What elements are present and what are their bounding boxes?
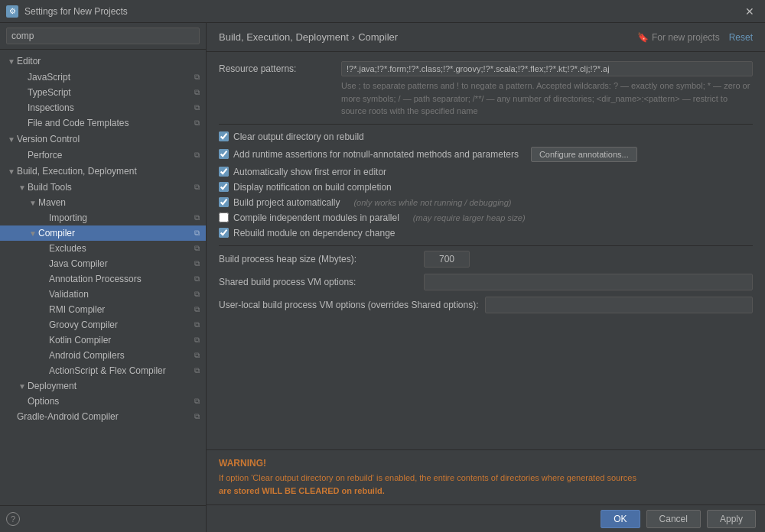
sidebar-item-android-compilers[interactable]: Android Compilers ⧉ [0, 348, 206, 363]
build-automatically-note: (only works while not running / debuggin… [353, 198, 511, 207]
user-local-vm-row: User-local build process VM options (ove… [219, 297, 753, 313]
clear-output-checkbox[interactable] [219, 131, 229, 141]
build-automatically-checkbox[interactable] [219, 197, 229, 207]
search-input[interactable] [6, 28, 200, 44]
copy-icon: ⧉ [194, 244, 200, 253]
compile-parallel-note: (may require larger heap size) [413, 213, 526, 222]
sidebar-item-typescript[interactable]: TypeScript ⧉ [0, 85, 206, 100]
sidebar-item-label: TypeScript [28, 87, 191, 98]
sidebar-item-compiler[interactable]: ▼ Compiler ⧉ [0, 225, 206, 241]
resource-patterns-input[interactable] [341, 61, 753, 76]
sidebar-item-label: Perforce [28, 150, 191, 161]
arrow-icon: ▼ [28, 199, 38, 207]
sidebar-item-label: Build Tools [28, 182, 191, 193]
close-button[interactable]: ✕ [741, 4, 759, 19]
window-title: Settings for New Projects [24, 6, 128, 17]
copy-icon: ⧉ [194, 366, 200, 375]
user-local-vm-input[interactable] [485, 297, 754, 313]
apply-button[interactable]: Apply [707, 510, 756, 528]
sidebar-item-importing[interactable]: Importing ⧉ [0, 210, 206, 225]
tree: ▼ Editor JavaScript ⧉ TypeScript ⧉ Inspe… [0, 50, 206, 505]
sidebar-item-deployment[interactable]: ▼ Deployment [0, 378, 206, 394]
reset-button[interactable]: Reset [729, 32, 753, 43]
sidebar-item-build-tools[interactable]: ▼ Build Tools ⧉ [0, 180, 206, 195]
sidebar-item-inspections[interactable]: Inspections ⧉ [0, 100, 206, 115]
display-notification-label: Display notification on build completion [233, 182, 392, 193]
title-bar: ⚙ Settings for New Projects ✕ [0, 0, 765, 23]
sidebar-item-actionscript-flex[interactable]: ActionScript & Flex Compiler ⧉ [0, 363, 206, 378]
sidebar-item-label: Deployment [28, 381, 200, 391]
arrow-icon: ▼ [6, 167, 17, 176]
ok-button[interactable]: OK [601, 510, 640, 528]
sidebar-item-javascript[interactable]: JavaScript ⧉ [0, 70, 206, 85]
sidebar-item-editor[interactable]: ▼ Editor [0, 53, 206, 70]
sidebar-item-options[interactable]: Options ⧉ [0, 394, 206, 409]
sidebar-item-perforce[interactable]: Perforce ⧉ [0, 148, 206, 163]
rebuild-module-row: Rebuild module on dependency change [219, 225, 753, 241]
sidebar-item-file-code-templates[interactable]: File and Code Templates ⧉ [0, 115, 206, 131]
heap-size-row: Build process heap size (Mbytes): [219, 251, 753, 268]
clear-output-row: Clear output directory on rebuild [219, 129, 753, 144]
copy-icon: ⧉ [194, 73, 200, 82]
sidebar-item-label: Editor [17, 56, 200, 66]
add-assertions-label: Add runtime assertions for notnull-annot… [233, 149, 519, 160]
sidebar-item-label: Compiler [38, 228, 191, 238]
copy-icon: ⧉ [194, 118, 200, 128]
copy-icon: ⧉ [194, 151, 200, 160]
breadcrumb: Build, Execution, Deployment › Compiler [219, 31, 398, 43]
sidebar: ▼ Editor JavaScript ⧉ TypeScript ⧉ Inspe… [0, 23, 207, 532]
rebuild-module-checkbox[interactable] [219, 228, 229, 238]
clear-output-label: Clear output directory on rebuild [233, 131, 364, 142]
shared-vm-input[interactable] [424, 274, 753, 290]
compile-parallel-label: Compile independent modules in parallel [233, 212, 399, 223]
add-assertions-checkbox[interactable] [219, 149, 229, 159]
copy-icon: ⧉ [194, 351, 200, 360]
sidebar-item-validation[interactable]: Validation ⧉ [0, 287, 206, 302]
warning-box: WARNING! If option 'Clear output directo… [207, 449, 765, 504]
panel-content: Resource patterns: Use ; to separate pat… [207, 52, 765, 449]
sidebar-item-maven[interactable]: ▼ Maven [0, 195, 206, 210]
arrow-icon: ▼ [28, 229, 38, 238]
copy-icon: ⧉ [194, 336, 200, 345]
show-first-error-label: Automatically show first error in editor [233, 167, 386, 177]
add-assertions-row: Add runtime assertions for notnull-annot… [219, 144, 753, 164]
sidebar-item-java-compiler[interactable]: Java Compiler ⧉ [0, 256, 206, 271]
sidebar-item-version-control[interactable]: ▼ Version Control [0, 131, 206, 148]
heap-size-label: Build process heap size (Mbytes): [219, 254, 418, 264]
sidebar-item-build-execution[interactable]: ▼ Build, Execution, Deployment [0, 163, 206, 180]
sidebar-item-label: Gradle-Android Compiler [17, 411, 191, 422]
copy-icon: ⧉ [194, 412, 200, 421]
copy-icon: ⧉ [194, 259, 200, 268]
build-automatically-row: Build project automatically (only works … [219, 195, 753, 210]
sidebar-bottom: ? [0, 505, 206, 532]
sidebar-item-groovy-compiler[interactable]: Groovy Compiler ⧉ [0, 317, 206, 332]
search-box [0, 23, 206, 50]
user-local-vm-label: User-local build process VM options (ove… [219, 300, 479, 310]
cancel-button[interactable]: Cancel [646, 510, 701, 528]
sidebar-item-label: Groovy Compiler [49, 320, 191, 330]
sidebar-item-excludes[interactable]: Excludes ⧉ [0, 241, 206, 256]
sidebar-item-label: Kotlin Compiler [49, 335, 191, 345]
sidebar-item-label: Options [28, 396, 191, 407]
display-notification-checkbox[interactable] [219, 182, 229, 192]
copy-icon: ⧉ [194, 183, 200, 192]
window-icon: ⚙ [6, 5, 18, 18]
sidebar-item-gradle-android[interactable]: Gradle-Android Compiler ⧉ [0, 409, 206, 424]
sidebar-item-label: Inspections [28, 102, 191, 113]
warning-text-part1: If option 'Clear output directory on reb… [219, 473, 636, 482]
help-icon[interactable]: ? [6, 512, 20, 526]
divider2 [219, 245, 753, 246]
compile-parallel-checkbox[interactable] [219, 212, 229, 222]
sidebar-item-label: Java Compiler [49, 258, 191, 269]
copy-icon: ⧉ [194, 397, 200, 406]
sidebar-item-kotlin-compiler[interactable]: Kotlin Compiler ⧉ [0, 332, 206, 348]
info-icon: 🔖 [637, 32, 649, 43]
sidebar-item-annotation-processors[interactable]: Annotation Processors ⧉ [0, 271, 206, 287]
heap-size-input[interactable] [424, 251, 470, 268]
sidebar-item-rmi-compiler[interactable]: RMI Compiler ⧉ [0, 302, 206, 317]
show-first-error-checkbox[interactable] [219, 167, 229, 177]
copy-icon: ⧉ [194, 229, 200, 238]
configure-annotations-button[interactable]: Configure annotations... [531, 147, 637, 162]
display-notification-row: Display notification on build completion [219, 180, 753, 195]
sidebar-item-label: Build, Execution, Deployment [17, 166, 200, 177]
